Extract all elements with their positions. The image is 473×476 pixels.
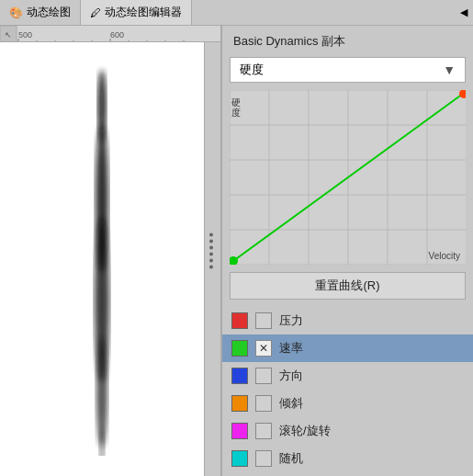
x-axis-label: Velocity bbox=[429, 251, 460, 261]
tab-animation-label: 动态绘图 bbox=[27, 5, 71, 20]
prop-label-3: 倾斜 bbox=[279, 395, 303, 412]
color-swatch-0 bbox=[231, 312, 248, 329]
checkbox-5[interactable] bbox=[255, 450, 272, 467]
dot2 bbox=[209, 240, 213, 244]
tab-editor-label: 动态绘图编辑器 bbox=[105, 5, 182, 20]
prop-item-5[interactable]: 随机 bbox=[222, 445, 473, 472]
ruler: 500 600 ↖ bbox=[0, 26, 220, 42]
color-swatch-5 bbox=[231, 450, 248, 467]
dot4 bbox=[209, 253, 213, 256]
panel-resize-handle[interactable] bbox=[209, 233, 213, 269]
canvas-area: 500 600 ↖ bbox=[0, 26, 220, 476]
color-swatch-3 bbox=[231, 395, 248, 412]
dot3 bbox=[209, 246, 213, 250]
reset-curve-button[interactable]: 重置曲线(R) bbox=[230, 272, 466, 300]
checkbox-0[interactable] bbox=[255, 312, 272, 329]
prop-item-6[interactable]: 淡出 bbox=[222, 472, 473, 476]
checkbox-2[interactable] bbox=[255, 368, 272, 384]
chevron-down-icon: ▼ bbox=[443, 62, 456, 77]
dot6 bbox=[209, 266, 213, 269]
prop-item-3[interactable]: 倾斜 bbox=[222, 390, 473, 417]
animation-icon: 🎨 bbox=[9, 6, 23, 19]
prop-label-2: 方向 bbox=[279, 368, 303, 384]
color-swatch-4 bbox=[231, 423, 248, 439]
prop-label-5: 随机 bbox=[279, 450, 303, 467]
graph-area[interactable]: 硬 度 Velocity bbox=[230, 90, 466, 265]
dot1 bbox=[209, 233, 213, 237]
color-swatch-1 bbox=[231, 340, 248, 357]
color-swatch-2 bbox=[231, 368, 248, 384]
main-content: 500 600 ↖ bbox=[0, 26, 473, 476]
y-axis-label: 硬 度 bbox=[231, 97, 241, 118]
dot5 bbox=[209, 259, 213, 263]
ruler-svg: 500 600 ↖ bbox=[0, 26, 220, 42]
prop-label-0: 压力 bbox=[279, 312, 303, 329]
svg-text:500: 500 bbox=[18, 30, 32, 40]
prop-item-2[interactable]: 方向 bbox=[222, 362, 473, 390]
checkbox-1[interactable]: ✕ bbox=[255, 340, 272, 357]
canvas-white[interactable] bbox=[0, 42, 204, 476]
prop-label-4: 滚轮/旋转 bbox=[279, 423, 331, 439]
tab-editor[interactable]: 🖊 动态绘图编辑器 bbox=[81, 0, 192, 25]
brush-stroke bbox=[89, 61, 115, 456]
dropdown-label: 硬度 bbox=[240, 62, 264, 78]
graph-svg bbox=[230, 90, 466, 265]
panel-title: Basic Dynamics 副本 bbox=[222, 26, 473, 57]
svg-text:600: 600 bbox=[110, 30, 124, 40]
tab-collapse-arrow[interactable]: ◀ bbox=[455, 6, 473, 18]
checkbox-3[interactable] bbox=[255, 395, 272, 412]
svg-text:↖: ↖ bbox=[5, 30, 12, 40]
tab-animation[interactable]: 🎨 动态绘图 bbox=[0, 0, 81, 25]
svg-point-33 bbox=[459, 90, 466, 98]
properties-list: 压力✕速率方向倾斜滚轮/旋转随机淡出 bbox=[222, 307, 473, 476]
prop-item-0[interactable]: 压力 bbox=[222, 307, 473, 334]
prop-item-1[interactable]: ✕速率 bbox=[222, 334, 473, 362]
graph-container: 硬 度 Velocity bbox=[230, 90, 466, 265]
hardness-dropdown[interactable]: 硬度 ▼ bbox=[230, 57, 466, 83]
tab-bar: 🎨 动态绘图 🖊 动态绘图编辑器 ◀ bbox=[0, 0, 473, 26]
right-panel: Basic Dynamics 副本 硬度 ▼ bbox=[220, 26, 473, 476]
editor-icon: 🖊 bbox=[90, 6, 101, 19]
prop-label-1: 速率 bbox=[279, 340, 303, 357]
prop-item-4[interactable]: 滚轮/旋转 bbox=[222, 417, 473, 445]
checkbox-4[interactable] bbox=[255, 423, 272, 439]
